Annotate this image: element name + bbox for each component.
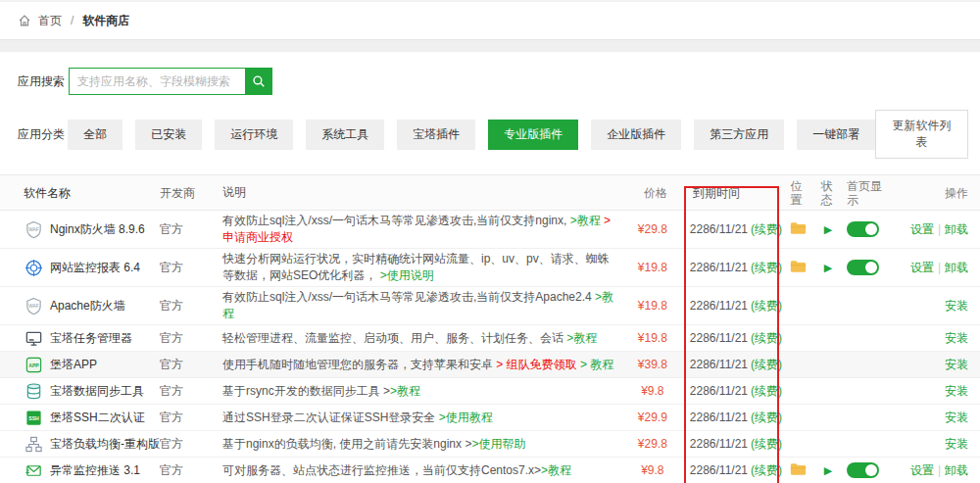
search-icon xyxy=(252,74,266,88)
svg-text:WAF: WAF xyxy=(28,227,38,232)
update-software-list-button[interactable]: 更新软件列表 xyxy=(875,110,968,159)
category-tab-5[interactable]: 专业版插件 xyxy=(488,120,578,150)
category-tab-2[interactable]: 运行环境 xyxy=(215,120,293,150)
breadcrumb-home[interactable]: 首页 xyxy=(38,13,62,29)
install-link[interactable]: 安装 xyxy=(945,437,968,451)
action-separator: | xyxy=(938,261,941,274)
app-price: ¥9.8 xyxy=(624,384,681,398)
table-body: WAF Nginx防火墙 8.9.6 官方 有效防止sql注入/xss/一句话木… xyxy=(0,211,980,483)
renew-link[interactable]: (续费) xyxy=(751,299,782,313)
running-status-play-icon[interactable]: ▶ xyxy=(824,263,832,273)
app-name: 宝塔负载均衡-重构版 xyxy=(50,436,160,453)
folder-icon[interactable] xyxy=(790,260,807,276)
header-dev: 开发商 xyxy=(160,186,222,200)
settings-link[interactable]: 设置 xyxy=(910,463,934,477)
renew-link[interactable]: (续费) xyxy=(751,261,782,274)
table-row: 异常监控推送 3.1 官方 可对服务器、站点状态进行监控推送，当前仅支持Cent… xyxy=(0,458,980,483)
app-expire-date: 2286/11/21(续费) xyxy=(681,298,782,314)
header-status: 状态 xyxy=(813,179,843,207)
category-tab-8[interactable]: 一键部署 xyxy=(797,120,875,150)
search-label: 应用搜索 xyxy=(8,73,69,90)
home-show-toggle[interactable] xyxy=(847,221,879,237)
header-ops: 操作 xyxy=(894,186,980,200)
header-expire: 到期时间 xyxy=(684,186,782,200)
uninstall-link[interactable]: 卸载 xyxy=(945,261,968,274)
desc-link[interactable]: > 教程 xyxy=(580,358,613,371)
install-link[interactable]: 安装 xyxy=(945,331,968,345)
category-tab-1[interactable]: 已安装 xyxy=(135,120,202,150)
home-icon[interactable] xyxy=(18,14,31,27)
desc-link[interactable]: >教程 xyxy=(541,463,571,477)
settings-link[interactable]: 设置 xyxy=(910,222,934,236)
app-description: 有效防止sql注入/xss/一句话木马等常见渗透攻击,当前仅支持nginx, >… xyxy=(222,213,624,246)
desc-link[interactable]: >使用教程 xyxy=(439,411,493,424)
desc-link[interactable]: >使用说明 xyxy=(380,268,434,282)
row-actions: 设置|卸载 xyxy=(894,260,980,276)
task-manager-icon xyxy=(24,328,43,348)
app-description: 有效防止sql注入/xss/一句话木马等常见渗透攻击,当前仅支持Apache2.… xyxy=(222,289,624,322)
row-actions: 安装 xyxy=(894,298,980,314)
app-name: 网站监控报表 6.4 xyxy=(50,260,140,276)
app-developer: 官方 xyxy=(160,462,222,479)
desc-link[interactable]: >使用帮助 xyxy=(471,437,525,451)
app-name: 堡塔SSH二次认证 xyxy=(50,410,145,426)
app-developer: 官方 xyxy=(160,260,222,276)
renew-link[interactable]: (续费) xyxy=(751,222,782,236)
waf-shield-icon: WAF xyxy=(24,296,43,315)
breadcrumb-separator: / xyxy=(71,14,74,27)
install-link[interactable]: 安装 xyxy=(945,299,968,313)
install-link[interactable]: 安装 xyxy=(945,411,968,424)
app-name: 宝塔数据同步工具 xyxy=(50,383,144,400)
renew-link[interactable]: (续费) xyxy=(751,437,782,451)
search-input[interactable] xyxy=(69,68,245,95)
renew-link[interactable]: (续费) xyxy=(751,463,782,477)
breadcrumb-current: 软件商店 xyxy=(82,13,129,29)
row-actions: 安装 xyxy=(894,436,980,453)
table-row: 宝塔数据同步工具 官方 基于rsync开发的数据同步工具 >>教程 ¥9.8 2… xyxy=(0,378,980,405)
renew-link[interactable]: (续费) xyxy=(751,384,782,398)
home-show-toggle[interactable] xyxy=(847,260,879,275)
row-actions: 安装 xyxy=(894,357,980,373)
settings-link[interactable]: 设置 xyxy=(910,261,934,274)
svg-text:WAF: WAF xyxy=(28,304,38,309)
app-category-row: 应用分类 全部已安装运行环境系统工具宝塔插件专业版插件企业版插件第三方应用一键部… xyxy=(8,110,980,159)
renew-link[interactable]: (续费) xyxy=(751,358,782,371)
desc-link[interactable]: > 组队免费领取 xyxy=(496,358,576,371)
category-tab-4[interactable]: 宝塔插件 xyxy=(397,120,475,150)
install-link[interactable]: 安装 xyxy=(945,358,968,371)
desc-link[interactable]: >教程 xyxy=(566,331,597,345)
app-expire-date: 2286/11/21(续费) xyxy=(681,330,782,347)
svg-text:APP: APP xyxy=(28,362,39,367)
home-show-toggle[interactable] xyxy=(847,462,879,478)
folder-icon[interactable] xyxy=(790,221,807,238)
load-balance-icon xyxy=(24,434,43,454)
row-actions: 安装 xyxy=(894,383,980,400)
header-name: 软件名称 xyxy=(0,186,160,200)
table-row: APP 堡塔APP 官方 使用手机随时随地管理您的服务器，支持苹果和安卓 > 组… xyxy=(0,352,980,378)
renew-link[interactable]: (续费) xyxy=(751,411,782,424)
install-link[interactable]: 安装 xyxy=(945,384,968,398)
uninstall-link[interactable]: 卸载 xyxy=(945,222,968,236)
app-price: ¥39.8 xyxy=(624,358,681,371)
table-row: 网站监控报表 6.4 官方 快速分析网站运行状况，实时精确统计网站流量、ip、u… xyxy=(0,249,980,287)
category-tab-3[interactable]: 系统工具 xyxy=(306,120,384,150)
category-tab-7[interactable]: 第三方应用 xyxy=(694,120,784,150)
search-button[interactable] xyxy=(245,68,272,95)
running-status-play-icon[interactable]: ▶ xyxy=(824,465,832,476)
app-icon: APP xyxy=(24,355,43,374)
category-tab-6[interactable]: 企业版插件 xyxy=(591,120,681,150)
app-expire-date: 2286/11/21(续费) xyxy=(681,357,782,373)
app-price: ¥19.8 xyxy=(624,299,681,313)
uninstall-link[interactable]: 卸载 xyxy=(945,463,968,477)
row-actions: 设置|卸载 xyxy=(894,221,980,238)
running-status-play-icon[interactable]: ▶ xyxy=(824,224,832,235)
table-row: WAF Apache防火墙 官方 有效防止sql注入/xss/一句话木马等常见渗… xyxy=(0,287,980,325)
desc-link[interactable]: >教程 xyxy=(570,214,601,227)
app-search-row: 应用搜索 xyxy=(8,68,980,95)
action-separator: | xyxy=(938,463,941,477)
app-expire-date: 2286/11/21(续费) xyxy=(681,462,782,479)
renew-link[interactable]: (续费) xyxy=(751,331,782,345)
folder-icon[interactable] xyxy=(790,462,807,479)
category-tab-0[interactable]: 全部 xyxy=(68,120,122,150)
desc-link[interactable]: >教程 xyxy=(390,384,420,398)
